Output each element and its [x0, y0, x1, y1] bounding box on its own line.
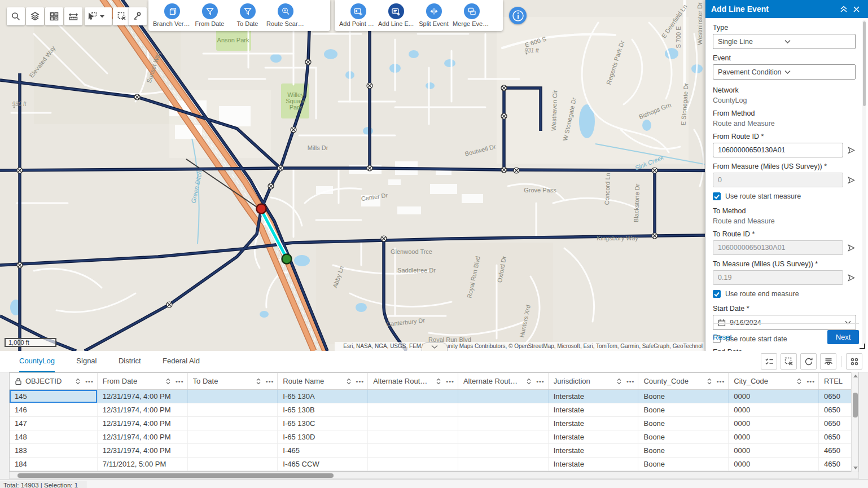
column-menu-icon[interactable]: ••• — [446, 378, 454, 385]
table-cell[interactable]: Boone — [638, 417, 729, 430]
table-cell[interactable]: 12/31/1974, 4:00 PM — [98, 444, 188, 457]
table-cell[interactable]: 0000 — [729, 417, 819, 430]
table-cell[interactable] — [368, 390, 458, 403]
table-row[interactable]: 18312/31/1974, 4:00 PMI-465InterstateBoo… — [10, 444, 858, 458]
table-cell[interactable]: I-465 — [278, 444, 368, 457]
table-cell[interactable] — [458, 403, 549, 416]
measure-button[interactable] — [64, 7, 82, 25]
clear-table-selection-button[interactable] — [781, 353, 797, 370]
show-selection-button[interactable] — [761, 353, 777, 370]
split-event-tool[interactable]: Split Event — [415, 3, 453, 27]
table-cell[interactable]: Boone — [638, 444, 729, 457]
column-header-objectid[interactable]: OBJECTID••• — [10, 373, 98, 389]
hide-fields-button[interactable] — [820, 353, 836, 370]
table-cell[interactable]: Boone — [638, 390, 729, 403]
table-cell[interactable]: 148 — [10, 430, 98, 443]
column-header-city-code[interactable]: City_Code••• — [729, 373, 819, 389]
merge-events-tool[interactable]: Merge Events — [453, 3, 490, 27]
table-cell[interactable] — [458, 444, 549, 457]
layers-button[interactable] — [26, 7, 44, 25]
column-menu-icon[interactable]: ••• — [536, 378, 545, 385]
table-cell[interactable]: Boone — [638, 430, 729, 443]
pick-from-route-button[interactable] — [847, 146, 856, 155]
table-cell[interactable]: I-65 130B — [278, 403, 368, 416]
table-cell[interactable] — [458, 430, 549, 443]
table-row[interactable]: 14512/31/1974, 4:00 PMI-65 130AInterstat… — [10, 390, 858, 403]
column-menu-icon[interactable]: ••• — [717, 378, 725, 385]
use-route-start-measure-checkbox[interactable]: Use route start measure — [713, 192, 856, 200]
to-route-id-input[interactable] — [713, 240, 843, 255]
from-measure-input[interactable] — [713, 173, 843, 187]
table-cell[interactable] — [188, 403, 278, 416]
table-cell[interactable]: 147 — [10, 417, 98, 430]
table-row[interactable]: 1847/11/2012, 5:00 PMI-465 CCWInterstate… — [10, 458, 858, 471]
table-cell[interactable] — [368, 430, 458, 443]
type-select[interactable]: Single Line — [713, 34, 856, 49]
table-cell[interactable] — [458, 458, 549, 471]
close-panel-button[interactable] — [850, 3, 862, 15]
table-cell[interactable]: 146 — [10, 403, 98, 416]
column-header-county-code[interactable]: County_Code••• — [638, 373, 729, 389]
table-cell[interactable]: I-65 130C — [278, 417, 368, 430]
table-cell[interactable] — [458, 390, 549, 403]
table-cell[interactable]: 0000 — [729, 444, 819, 457]
table-cell[interactable] — [188, 430, 278, 443]
table-cell[interactable] — [368, 444, 458, 457]
table-cell[interactable]: 0000 — [729, 403, 819, 416]
column-menu-icon[interactable]: ••• — [806, 378, 815, 385]
table-cell[interactable]: 12/31/1974, 4:00 PM — [98, 417, 188, 430]
pick-from-measure-button[interactable] — [847, 176, 856, 184]
table-row[interactable]: 14812/31/1974, 4:00 PMI-65 130DInterstat… — [10, 430, 858, 444]
start-date-picker[interactable]: 9/16/2024 — [713, 315, 856, 330]
to-measure-input[interactable] — [713, 270, 843, 285]
table-cell[interactable]: 145 — [10, 390, 98, 403]
panel-scrollbar-thumb[interactable] — [863, 21, 866, 106]
table-cell[interactable]: I-65 130A — [278, 390, 368, 403]
table-cell[interactable] — [368, 403, 458, 416]
table-cell[interactable]: 7/11/2012, 5:00 PM — [98, 458, 188, 471]
branch-versions-tool[interactable]: Branch Vers... — [153, 3, 191, 27]
panel-scrollbar[interactable] — [862, 20, 866, 346]
tab-district[interactable]: District — [119, 351, 141, 371]
pick-to-measure-button[interactable] — [847, 274, 856, 282]
table-cell[interactable] — [188, 444, 278, 457]
column-menu-icon[interactable]: ••• — [85, 378, 94, 385]
column-menu-icon[interactable]: ••• — [266, 378, 274, 385]
search-button[interactable] — [7, 7, 25, 25]
basemap-button[interactable] — [45, 7, 63, 25]
column-menu-icon[interactable]: ••• — [626, 378, 635, 385]
table-cell[interactable] — [458, 417, 549, 430]
to-measure-marker[interactable] — [282, 254, 292, 264]
table-options-button[interactable] — [846, 353, 862, 370]
table-cell[interactable]: 0000 — [729, 458, 819, 471]
tab-federal-aid[interactable]: Federal Aid — [163, 351, 200, 371]
add-line-event-tool[interactable]: Add Line E... — [377, 3, 415, 27]
map-view[interactable]: Elevated WaySunset WayAnson ParkWilleySq… — [0, 0, 868, 351]
refresh-button[interactable] — [800, 353, 817, 370]
table-cell[interactable] — [188, 458, 278, 471]
table-cell[interactable]: I-65 130D — [278, 430, 368, 443]
select-route-button[interactable] — [129, 7, 147, 25]
table-cell[interactable] — [368, 458, 458, 471]
table-cell[interactable]: 184 — [10, 458, 98, 471]
column-menu-icon[interactable]: ••• — [176, 378, 184, 385]
table-cell[interactable]: 12/31/1974, 4:00 PM — [98, 430, 188, 443]
info-button[interactable] — [509, 7, 527, 24]
table-cell[interactable]: 0000 — [729, 430, 819, 443]
table-cell[interactable]: Interstate — [549, 430, 639, 443]
column-header-alternate-route[interactable]: Alternate Route ...••• — [458, 373, 549, 389]
collapse-panel-button[interactable] — [838, 3, 850, 15]
column-header-alternate-route[interactable]: Alternate Route ...••• — [368, 373, 458, 389]
add-point-event-tool[interactable]: Add Point E... — [339, 3, 377, 27]
from-route-id-input[interactable] — [713, 143, 843, 157]
table-cell[interactable]: Interstate — [549, 458, 639, 471]
column-header-from-date[interactable]: From Date••• — [98, 373, 188, 389]
event-select[interactable]: Pavement Condition — [713, 64, 856, 80]
table-cell[interactable]: 12/31/1974, 4:00 PM — [98, 403, 188, 416]
column-header-jurisdiction[interactable]: Jurisdiction••• — [549, 373, 639, 389]
table-cell[interactable]: 0000 — [729, 390, 819, 403]
tab-signal[interactable]: Signal — [76, 351, 97, 371]
to-date-tool[interactable]: To Date — [229, 3, 266, 27]
from-measure-marker[interactable] — [257, 204, 266, 214]
table-cell[interactable]: 12/31/1974, 4:00 PM — [98, 390, 188, 403]
